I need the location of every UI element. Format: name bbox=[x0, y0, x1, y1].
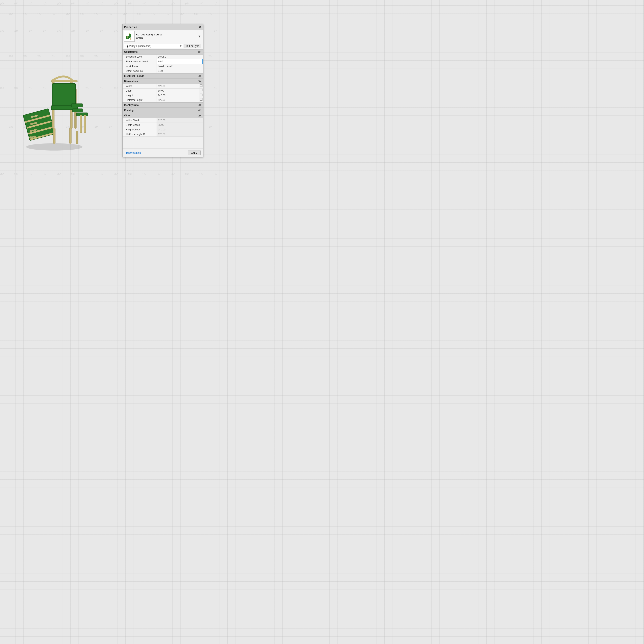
prop-label-elevation-from-level: Elevation from Level bbox=[123, 59, 157, 64]
watermark-text: RD bbox=[214, 2, 217, 5]
watermark-text: RD bbox=[194, 12, 198, 15]
prop-value-work-plane: Level : Level 1 bbox=[157, 64, 203, 69]
watermark-text: RD bbox=[142, 172, 147, 175]
prop-label-width: Width bbox=[123, 84, 157, 88]
prop-value-height: 240.00 bbox=[157, 93, 199, 98]
watermark-text: RD bbox=[185, 172, 189, 175]
watermark-text: RD bbox=[171, 172, 175, 175]
panel-title-bar: Properties ✕ bbox=[123, 24, 203, 30]
section-header-identity-data[interactable]: Identity Data ≪ bbox=[123, 102, 203, 108]
watermark-text: RD bbox=[171, 2, 175, 5]
svg-rect-10 bbox=[52, 84, 75, 106]
watermark-text: RD bbox=[208, 54, 213, 58]
prop-label-offset-from-host: Offset from Host bbox=[123, 69, 157, 73]
phasing-label: Phasing bbox=[124, 109, 134, 112]
empty-space bbox=[123, 137, 203, 149]
watermark-text: RD bbox=[214, 86, 217, 90]
prop-value-platform-height: 120.00 bbox=[157, 98, 199, 102]
prop-row-schedule-level: Schedule Level Level 1 bbox=[123, 55, 203, 59]
prop-row-width: Width 120.00 bbox=[123, 84, 203, 89]
prop-value-width: 120.00 bbox=[157, 84, 199, 88]
type-thumbnail bbox=[124, 31, 135, 42]
type-selector-row: RD_Dog Agility Course Green ▼ bbox=[123, 30, 203, 43]
prop-label-width-check: Width Check bbox=[123, 118, 157, 123]
prop-label-platform-height-check: Platform Height Ch... bbox=[123, 132, 157, 136]
svg-rect-9 bbox=[51, 80, 77, 82]
svg-point-0 bbox=[26, 143, 83, 151]
watermark-text: RD bbox=[208, 126, 213, 129]
svg-rect-12 bbox=[71, 104, 83, 107]
equipment-model bbox=[14, 64, 103, 153]
prop-row-elevation-from-level[interactable]: Elevation from Level 0.00 bbox=[123, 59, 203, 64]
prop-row-work-plane: Work Plane Level : Level 1 bbox=[123, 64, 203, 69]
panel-footer: Properties help Apply bbox=[123, 149, 203, 157]
model-area bbox=[0, 0, 117, 217]
section-header-constraints[interactable]: Constraints ≫ bbox=[123, 49, 203, 55]
prop-value-depth-check: 85.00 bbox=[157, 123, 203, 127]
svg-rect-38 bbox=[129, 38, 129, 40]
properties-help-link[interactable]: Properties help bbox=[125, 152, 141, 154]
watermark-text: RD bbox=[142, 2, 147, 5]
electrical-loads-expand-icon: ≪ bbox=[198, 74, 201, 78]
svg-rect-19 bbox=[76, 131, 78, 144]
svg-rect-18 bbox=[69, 128, 71, 144]
prop-label-height: Height bbox=[123, 93, 157, 98]
prop-label-depth: Depth bbox=[123, 89, 157, 93]
prop-row-height-check: Height Check 240.00 bbox=[123, 127, 203, 132]
type-name-box: RD_Dog Agility Course Green bbox=[136, 33, 197, 40]
prop-label-work-plane: Work Plane bbox=[123, 64, 157, 69]
svg-rect-14 bbox=[76, 113, 88, 116]
family-dropdown-arrow-icon: ▼ bbox=[180, 45, 182, 47]
prop-row-offset-from-host: Offset from Host 0.00 bbox=[123, 69, 203, 73]
watermark-text: RD bbox=[165, 12, 170, 15]
prop-label-platform-height: Platform Height bbox=[123, 98, 157, 102]
watermark-text: RD bbox=[180, 12, 184, 15]
section-header-electrical-loads[interactable]: Electrical - Loads ≪ bbox=[123, 73, 203, 79]
watermark-text: RD bbox=[208, 12, 213, 15]
edit-type-icon: ⊞ bbox=[186, 45, 188, 47]
width-field-icon bbox=[199, 84, 203, 87]
platform-height-field-icon bbox=[199, 98, 203, 101]
prop-value-platform-height-check: 120.00 bbox=[157, 132, 203, 136]
prop-row-platform-height-check: Platform Height Ch... 120.00 bbox=[123, 132, 203, 137]
electrical-loads-label: Electrical - Loads bbox=[124, 75, 144, 77]
prop-value-depth: 85.00 bbox=[157, 89, 199, 93]
dimensions-expand-icon: ≫ bbox=[198, 80, 201, 83]
prop-value-width-check: 120.00 bbox=[157, 118, 203, 123]
section-header-phasing[interactable]: Phasing ≪ bbox=[123, 108, 203, 113]
svg-rect-13 bbox=[72, 109, 83, 112]
edit-type-button[interactable]: ⊞ Edit Type bbox=[185, 44, 201, 48]
panel-title: Properties bbox=[124, 26, 137, 29]
watermark-text: RD bbox=[214, 172, 217, 175]
family-dropdown[interactable]: Specialty Equipment (1) ▼ bbox=[124, 44, 183, 48]
type-name-line1: RD_Dog Agility Course bbox=[136, 33, 197, 36]
watermark-text: RD bbox=[214, 30, 217, 33]
svg-rect-39 bbox=[130, 38, 131, 40]
type-name-line2: Green bbox=[136, 36, 197, 40]
prop-label-depth-check: Depth Check bbox=[123, 123, 157, 127]
identity-data-label: Identity Data bbox=[124, 104, 139, 106]
watermark-text: RD bbox=[128, 2, 132, 5]
watermark-text: RD bbox=[137, 12, 141, 15]
section-header-other[interactable]: Other ≫ bbox=[123, 113, 203, 118]
prop-value-height-check: 240.00 bbox=[157, 127, 203, 132]
prop-row-platform-height: Platform Height 120.00 bbox=[123, 98, 203, 102]
watermark-text: RD bbox=[128, 172, 132, 175]
close-button[interactable]: ✕ bbox=[199, 26, 201, 29]
depth-field-icon bbox=[199, 89, 203, 92]
prop-value-elevation-from-level[interactable]: 0.00 bbox=[157, 59, 203, 64]
watermark-text: RD bbox=[199, 172, 203, 175]
watermark-text: RD bbox=[151, 12, 156, 15]
prop-row-depth: Depth 85.00 bbox=[123, 89, 203, 93]
apply-button[interactable]: Apply bbox=[188, 151, 201, 155]
prop-row-depth-check: Depth Check 85.00 bbox=[123, 123, 203, 127]
prop-value-schedule-level: Level 1 bbox=[157, 55, 203, 59]
prop-row-width-check: Width Check 120.00 bbox=[123, 118, 203, 123]
svg-rect-15 bbox=[80, 115, 82, 133]
family-selector-row: Specialty Equipment (1) ▼ ⊞ Edit Type bbox=[123, 43, 203, 49]
constraints-label: Constraints bbox=[124, 51, 138, 53]
constraints-expand-icon: ≫ bbox=[198, 50, 201, 54]
section-header-dimensions[interactable]: Dimensions ≫ bbox=[123, 79, 203, 84]
type-dropdown-icon[interactable]: ▼ bbox=[198, 35, 201, 38]
prop-value-offset-from-host: 0.00 bbox=[157, 69, 203, 73]
